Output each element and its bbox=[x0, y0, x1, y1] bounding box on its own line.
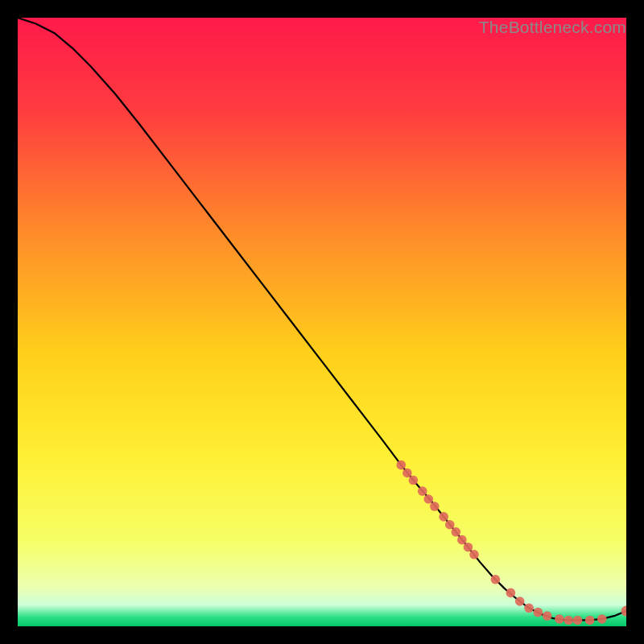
highlight-point bbox=[555, 614, 564, 624]
highlight-point bbox=[424, 494, 434, 504]
highlight-point bbox=[418, 486, 427, 496]
highlight-point bbox=[573, 616, 583, 625]
chart-svg bbox=[18, 18, 626, 626]
highlight-point bbox=[430, 502, 440, 511]
highlight-point bbox=[402, 469, 412, 478]
gradient-background bbox=[18, 18, 626, 626]
highlight-point bbox=[469, 550, 479, 559]
highlight-point bbox=[585, 616, 595, 625]
highlight-point bbox=[515, 597, 525, 606]
highlight-point bbox=[564, 616, 573, 625]
watermark-text: TheBottleneck.com bbox=[479, 18, 626, 37]
highlight-point bbox=[439, 512, 448, 522]
highlight-point bbox=[396, 460, 406, 470]
chart-frame: TheBottleneck.com bbox=[18, 18, 626, 626]
highlight-point bbox=[543, 611, 552, 621]
highlight-point bbox=[445, 520, 455, 530]
highlight-point bbox=[464, 543, 473, 552]
highlight-point bbox=[534, 608, 543, 617]
highlight-point bbox=[457, 535, 467, 545]
highlight-point bbox=[491, 575, 501, 584]
highlight-point bbox=[506, 588, 516, 598]
highlight-point bbox=[524, 604, 534, 613]
highlight-point bbox=[597, 614, 607, 624]
highlight-point bbox=[452, 527, 461, 537]
highlight-point bbox=[409, 476, 419, 485]
